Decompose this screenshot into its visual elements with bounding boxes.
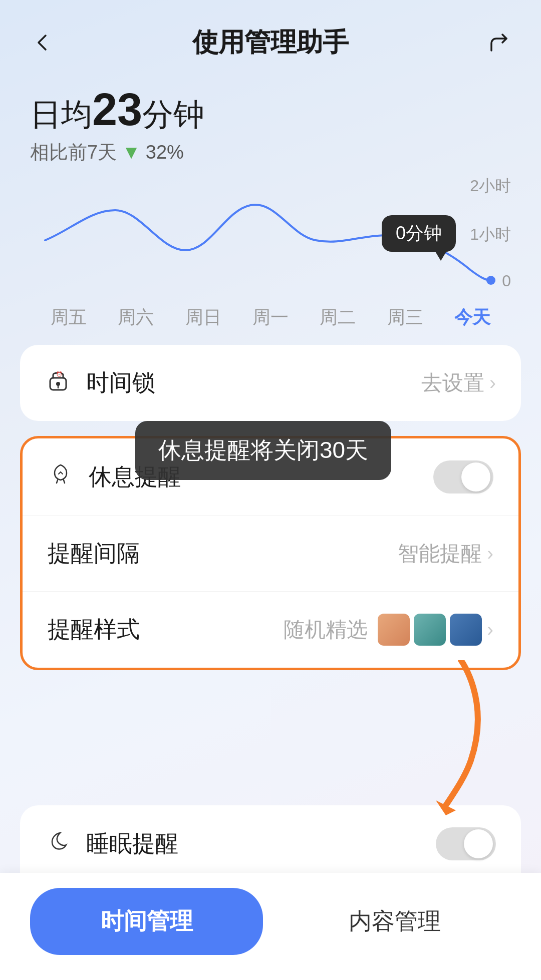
- reminder-interval-chevron-icon: ›: [487, 543, 493, 565]
- svg-text:⏰: ⏰: [56, 371, 63, 377]
- chart-x-mon: 周一: [237, 305, 304, 330]
- daily-prefix: 日均: [30, 97, 92, 132]
- chart-x-sun: 周日: [170, 305, 237, 330]
- back-button[interactable]: [25, 25, 60, 60]
- chart-x-fri: 周五: [35, 305, 102, 330]
- chart-tooltip-value: 0分钟: [396, 223, 442, 243]
- reminder-interval-label: 提醒间隔: [48, 538, 398, 569]
- rest-reminder-icon: [48, 461, 74, 493]
- orange-arrow-icon: [421, 660, 501, 820]
- daily-average: 日均23分钟: [30, 85, 511, 135]
- time-management-tab[interactable]: 时间管理: [30, 888, 263, 955]
- chart-area: 2小时 1小时 0 0分钟 周五 周六 周日 周一 周二 周三 今天: [0, 170, 541, 330]
- daily-suffix: 分钟: [142, 97, 204, 132]
- thumbnail-3: [450, 614, 482, 646]
- chart-y-label-0: 0: [470, 272, 511, 290]
- time-lock-card: ⏰ 时间锁 去设置 ›: [20, 345, 521, 421]
- chart-x-labels: 周五 周六 周日 周一 周二 周三 今天: [20, 305, 516, 330]
- header: 使用管理助手: [0, 0, 541, 70]
- reminder-style-row[interactable]: 提醒样式 随机精选 ›: [23, 591, 518, 668]
- reminder-style-label: 提醒样式: [48, 614, 284, 645]
- time-lock-chevron-icon: ›: [489, 372, 496, 394]
- rest-reminder-card: 休息提醒 提醒间隔 智能提醒 › 提醒样式 随机精选: [20, 436, 521, 670]
- reminder-interval-value: 智能提醒 ›: [398, 540, 493, 568]
- time-lock-row[interactable]: ⏰ 时间锁 去设置 ›: [20, 345, 521, 421]
- content-management-tab[interactable]: 内容管理: [278, 888, 511, 955]
- chart-x-tue: 周二: [304, 305, 371, 330]
- sleep-reminder-label: 睡眠提醒: [86, 828, 436, 859]
- reminder-style-value: 随机精选 ›: [284, 614, 493, 646]
- chart-x-wed: 周三: [371, 305, 438, 330]
- comparison-prefix: 相比前7天: [30, 140, 117, 165]
- daily-value: 23: [92, 85, 142, 135]
- sleep-reminder-toggle[interactable]: [436, 827, 496, 860]
- chart-tooltip: 0分钟: [382, 215, 456, 252]
- time-lock-label: 时间锁: [86, 367, 421, 398]
- stats-section: 日均23分钟 相比前7天 ▼ 32%: [0, 70, 541, 170]
- comparison-row: 相比前7天 ▼ 32%: [30, 140, 511, 165]
- chart-y-label-2h: 2小时: [470, 175, 511, 197]
- reminder-interval-row[interactable]: 提醒间隔 智能提醒 ›: [23, 516, 518, 591]
- time-lock-icon: ⏰: [45, 367, 71, 399]
- sleep-reminder-icon: [45, 828, 71, 860]
- thumbnail-1: [378, 614, 410, 646]
- share-button[interactable]: [481, 25, 516, 60]
- chart-x-sat: 周六: [102, 305, 169, 330]
- rest-reminder-label: 休息提醒: [89, 461, 433, 493]
- time-lock-value: 去设置 ›: [421, 369, 496, 397]
- rest-reminder-toggle[interactable]: [433, 460, 493, 494]
- chart-x-today: 今天: [439, 305, 506, 330]
- chart-y-label-1h: 1小时: [470, 224, 511, 246]
- reminder-thumbnails: [378, 614, 482, 646]
- sleep-reminder-row[interactable]: 睡眠提醒: [20, 805, 521, 882]
- comparison-percent: 32%: [146, 142, 184, 163]
- rest-reminder-row[interactable]: 休息提醒: [23, 438, 518, 516]
- bottom-tab-bar: 时间管理 内容管理: [0, 873, 541, 980]
- page-title: 使用管理助手: [192, 25, 349, 60]
- thumbnail-2: [414, 614, 446, 646]
- trend-arrow-icon: ▼: [122, 142, 141, 163]
- rest-reminder-section: 休息提醒将关闭30天 休息提醒 提醒间隔 智能提醒 ›: [20, 436, 521, 670]
- reminder-style-chevron-icon: ›: [487, 619, 493, 641]
